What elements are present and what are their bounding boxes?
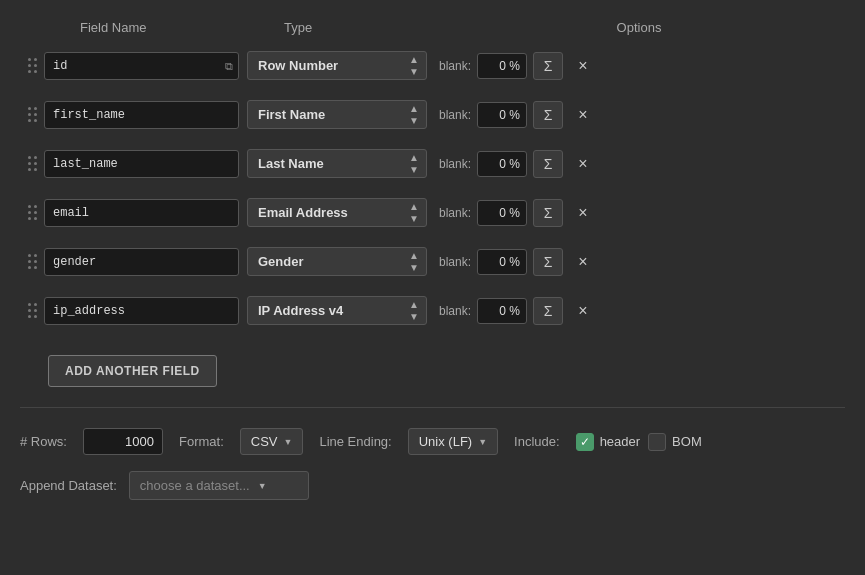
field-name-input[interactable]: [44, 297, 239, 325]
line-ending-dropdown[interactable]: Unix (LF) ▼: [408, 428, 498, 455]
blank-label: blank:: [439, 108, 471, 122]
remove-button[interactable]: ×: [569, 52, 597, 80]
line-ending-dropdown-arrow: ▼: [478, 437, 487, 447]
table-row: ⧉ Row Number Row Number First Name Last …: [20, 45, 845, 86]
rows-input[interactable]: [83, 428, 163, 455]
type-select[interactable]: Gender Row Number First Name Last Name E…: [247, 247, 427, 276]
blank-input[interactable]: [477, 298, 527, 324]
header-row: Field Name Type Options: [20, 20, 845, 45]
sigma-button[interactable]: Σ: [533, 248, 563, 276]
header-checkbox[interactable]: ✓: [576, 433, 594, 451]
sigma-button[interactable]: Σ: [533, 199, 563, 227]
format-label: Format:: [179, 434, 224, 449]
blank-input[interactable]: [477, 53, 527, 79]
drag-handle[interactable]: [20, 107, 44, 122]
options-section: blank: Σ ×: [439, 150, 845, 178]
bom-checkbox-wrapper[interactable]: BOM: [648, 433, 702, 451]
copy-icon: ⧉: [225, 59, 233, 72]
type-select[interactable]: IP Address v4 Row Number First Name Last…: [247, 296, 427, 325]
options-section: blank: Σ ×: [439, 199, 845, 227]
table-row: Email Address Row Number First Name Last…: [20, 192, 845, 233]
column-header-field-name: Field Name: [80, 20, 280, 35]
dataset-placeholder: choose a dataset...: [140, 478, 250, 493]
remove-button[interactable]: ×: [569, 101, 597, 129]
blank-input[interactable]: [477, 151, 527, 177]
remove-button[interactable]: ×: [569, 297, 597, 325]
bottom-bar: # Rows: Format: CSV ▼ Line Ending: Unix …: [20, 428, 845, 455]
header-checkbox-wrapper[interactable]: ✓ header: [576, 433, 640, 451]
field-name-input[interactable]: [44, 248, 239, 276]
options-section: blank: Σ ×: [439, 101, 845, 129]
drag-handle[interactable]: [20, 156, 44, 171]
format-dropdown[interactable]: CSV ▼: [240, 428, 304, 455]
table-row: First Name Row Number First Name Last Na…: [20, 94, 845, 135]
type-select[interactable]: First Name Row Number First Name Last Na…: [247, 100, 427, 129]
type-select[interactable]: Last Name Row Number First Name Last Nam…: [247, 149, 427, 178]
append-label: Append Dataset:: [20, 478, 117, 493]
type-select[interactable]: Row Number Row Number First Name Last Na…: [247, 51, 427, 80]
sigma-button[interactable]: Σ: [533, 297, 563, 325]
field-name-input[interactable]: [44, 150, 239, 178]
sigma-button[interactable]: Σ: [533, 150, 563, 178]
include-section: ✓ header BOM: [576, 433, 702, 451]
field-name-input[interactable]: [44, 101, 239, 129]
drag-handle[interactable]: [20, 254, 44, 269]
blank-label: blank:: [439, 255, 471, 269]
drag-handle[interactable]: [20, 205, 44, 220]
field-name-input[interactable]: [44, 199, 239, 227]
sigma-button[interactable]: Σ: [533, 101, 563, 129]
format-value: CSV: [251, 434, 278, 449]
blank-input[interactable]: [477, 102, 527, 128]
include-label: Include:: [514, 434, 560, 449]
table-row: Gender Row Number First Name Last Name E…: [20, 241, 845, 282]
table-row: Last Name Row Number First Name Last Nam…: [20, 143, 845, 184]
sigma-button[interactable]: Σ: [533, 52, 563, 80]
line-ending-label: Line Ending:: [319, 434, 391, 449]
type-select[interactable]: Email Address Row Number First Name Last…: [247, 198, 427, 227]
options-section: blank: Σ ×: [439, 52, 845, 80]
header-label: header: [600, 434, 640, 449]
line-ending-value: Unix (LF): [419, 434, 472, 449]
column-header-options: Options: [469, 20, 809, 35]
options-section: blank: Σ ×: [439, 297, 845, 325]
blank-input[interactable]: [477, 200, 527, 226]
bom-checkbox[interactable]: [648, 433, 666, 451]
table-row: IP Address v4 Row Number First Name Last…: [20, 290, 845, 331]
divider: [20, 407, 845, 408]
options-section: blank: Σ ×: [439, 248, 845, 276]
dataset-dropdown-arrow: ▼: [258, 481, 267, 491]
fields-list: ⧉ Row Number Row Number First Name Last …: [20, 45, 845, 331]
drag-handle[interactable]: [20, 58, 44, 73]
add-field-section: ADD ANOTHER FIELD: [20, 339, 845, 387]
blank-label: blank:: [439, 157, 471, 171]
format-dropdown-arrow: ▼: [284, 437, 293, 447]
blank-label: blank:: [439, 304, 471, 318]
drag-handle[interactable]: [20, 303, 44, 318]
bom-label: BOM: [672, 434, 702, 449]
blank-input[interactable]: [477, 249, 527, 275]
blank-label: blank:: [439, 59, 471, 73]
column-header-type: Type: [284, 20, 469, 35]
append-row: Append Dataset: choose a dataset... ▼: [20, 471, 845, 500]
add-field-button[interactable]: ADD ANOTHER FIELD: [48, 355, 217, 387]
rows-label: # Rows:: [20, 434, 67, 449]
blank-label: blank:: [439, 206, 471, 220]
dataset-dropdown[interactable]: choose a dataset... ▼: [129, 471, 309, 500]
field-name-input[interactable]: [44, 52, 239, 80]
remove-button[interactable]: ×: [569, 248, 597, 276]
remove-button[interactable]: ×: [569, 150, 597, 178]
remove-button[interactable]: ×: [569, 199, 597, 227]
